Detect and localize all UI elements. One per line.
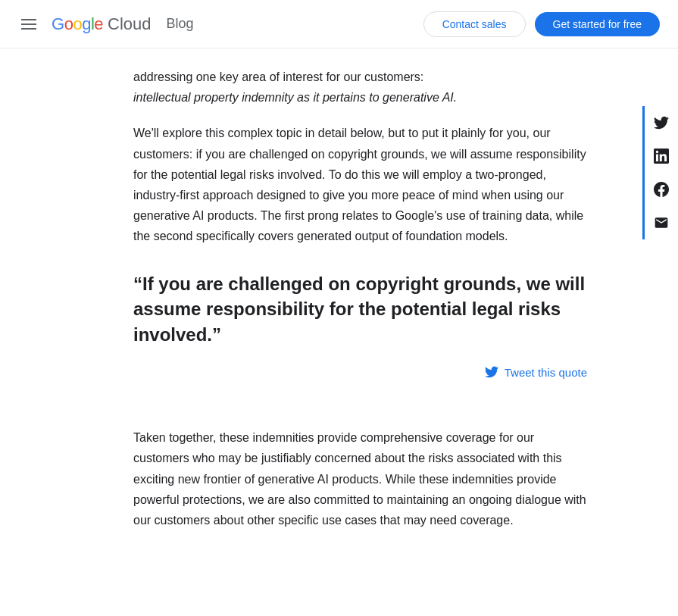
email-share-icon[interactable]	[645, 206, 678, 239]
spacer	[133, 403, 587, 427]
header: Google Cloud Blog Contact sales Get star…	[0, 0, 678, 48]
social-sidebar	[642, 106, 678, 239]
hamburger-menu-icon[interactable]	[18, 16, 39, 33]
get-started-button[interactable]: Get started for free	[535, 12, 661, 36]
google-logo-text: Google	[52, 14, 103, 34]
header-left: Google Cloud Blog	[18, 14, 194, 34]
intro-text: addressing one key area of interest for …	[133, 70, 423, 83]
closing-paragraph: Taken together, these indemnities provid…	[133, 427, 587, 530]
contact-sales-button[interactable]: Contact sales	[423, 11, 526, 37]
intro-paragraph: addressing one key area of interest for …	[133, 67, 587, 108]
tweet-quote-label: Tweet this quote	[505, 366, 587, 379]
quote-text: “If you are challenged on copyright grou…	[133, 271, 587, 348]
google-cloud-logo[interactable]: Google Cloud	[52, 14, 152, 34]
tweet-icon	[485, 365, 498, 379]
tweet-quote-link[interactable]: Tweet this quote	[133, 365, 587, 379]
blog-label: Blog	[167, 16, 194, 32]
cloud-logo-text: Cloud	[108, 14, 151, 34]
intro-italic-text: intellectual property indemnity as it pe…	[133, 91, 457, 104]
body-paragraph: We'll explore this complex topic in deta…	[133, 123, 587, 246]
twitter-share-icon[interactable]	[645, 106, 678, 139]
linkedin-share-icon[interactable]	[645, 139, 678, 173]
pull-quote-block: “If you are challenged on copyright grou…	[133, 271, 587, 380]
facebook-share-icon[interactable]	[645, 173, 678, 206]
main-content: addressing one key area of interest for …	[0, 48, 678, 564]
header-right: Contact sales Get started for free	[423, 11, 660, 37]
